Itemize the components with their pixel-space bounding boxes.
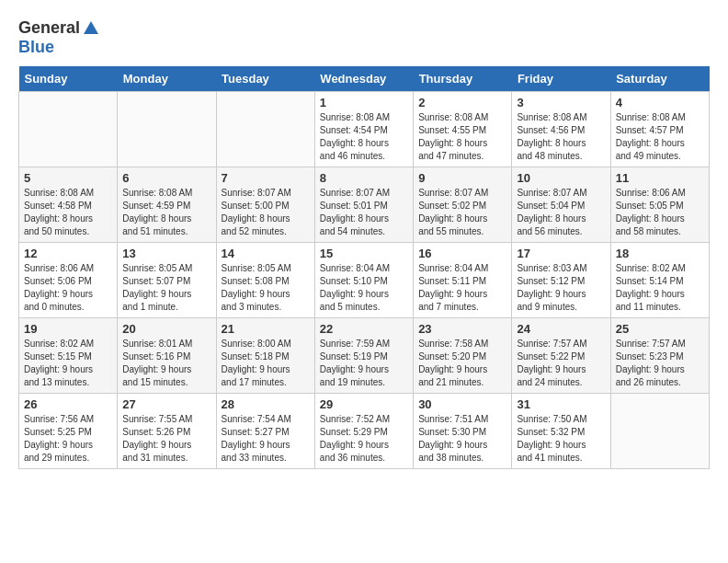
logo-blue-text: Blue	[18, 38, 54, 57]
day-number: 2	[418, 96, 506, 109]
calendar-cell: 5Sunrise: 8:08 AM Sunset: 4:58 PM Daylig…	[19, 167, 118, 243]
day-detail: Sunrise: 7:57 AM Sunset: 5:22 PM Dayligh…	[517, 338, 605, 389]
day-detail: Sunrise: 8:08 AM Sunset: 4:54 PM Dayligh…	[320, 111, 408, 163]
day-detail: Sunrise: 7:54 AM Sunset: 5:27 PM Dayligh…	[222, 413, 310, 465]
calendar-cell: 21Sunrise: 8:00 AM Sunset: 5:18 PM Dayli…	[216, 318, 314, 394]
weekday-header-sunday: Sunday	[19, 66, 118, 92]
day-detail: Sunrise: 8:07 AM Sunset: 5:04 PM Dayligh…	[517, 187, 605, 238]
day-number: 22	[320, 322, 408, 336]
day-number: 6	[122, 171, 210, 185]
day-detail: Sunrise: 7:52 AM Sunset: 5:29 PM Dayligh…	[320, 413, 408, 465]
day-number: 8	[320, 171, 408, 185]
calendar-cell: 24Sunrise: 7:57 AM Sunset: 5:22 PM Dayli…	[512, 318, 610, 394]
week-row-4: 19Sunrise: 8:02 AM Sunset: 5:15 PM Dayli…	[19, 318, 710, 394]
calendar-cell: 12Sunrise: 8:06 AM Sunset: 5:06 PM Dayli…	[19, 243, 118, 318]
day-number: 16	[418, 247, 506, 260]
day-number: 4	[616, 96, 704, 109]
day-number: 20	[122, 322, 210, 336]
day-number: 31	[517, 397, 605, 411]
day-number: 10	[517, 171, 605, 185]
calendar-cell: 6Sunrise: 8:08 AM Sunset: 4:59 PM Daylig…	[118, 167, 216, 243]
week-row-1: 1Sunrise: 8:08 AM Sunset: 4:54 PM Daylig…	[19, 92, 710, 167]
day-detail: Sunrise: 8:05 AM Sunset: 5:07 PM Dayligh…	[122, 262, 210, 314]
calendar-cell: 26Sunrise: 7:56 AM Sunset: 5:25 PM Dayli…	[19, 394, 118, 469]
calendar-cell: 27Sunrise: 7:55 AM Sunset: 5:26 PM Dayli…	[118, 394, 216, 469]
day-detail: Sunrise: 8:02 AM Sunset: 5:14 PM Dayligh…	[616, 262, 704, 314]
logo: General Blue	[18, 18, 100, 57]
calendar-cell: 11Sunrise: 8:06 AM Sunset: 5:05 PM Dayli…	[610, 167, 709, 243]
calendar-cell: 19Sunrise: 8:02 AM Sunset: 5:15 PM Dayli…	[19, 318, 118, 394]
calendar-cell: 31Sunrise: 7:50 AM Sunset: 5:32 PM Dayli…	[512, 394, 610, 469]
calendar-cell: 18Sunrise: 8:02 AM Sunset: 5:14 PM Dayli…	[610, 243, 709, 318]
day-number: 19	[24, 322, 112, 336]
day-detail: Sunrise: 8:08 AM Sunset: 4:57 PM Dayligh…	[616, 111, 704, 163]
calendar-cell: 4Sunrise: 8:08 AM Sunset: 4:57 PM Daylig…	[610, 92, 709, 167]
calendar-table: SundayMondayTuesdayWednesdayThursdayFrid…	[18, 66, 710, 469]
day-detail: Sunrise: 7:57 AM Sunset: 5:23 PM Dayligh…	[616, 338, 704, 389]
weekday-header-friday: Friday	[512, 66, 610, 92]
page-header: General Blue	[18, 18, 710, 57]
calendar-cell	[610, 394, 709, 469]
day-detail: Sunrise: 7:56 AM Sunset: 5:25 PM Dayligh…	[24, 413, 112, 465]
calendar-cell: 1Sunrise: 8:08 AM Sunset: 4:54 PM Daylig…	[314, 92, 413, 167]
day-detail: Sunrise: 8:02 AM Sunset: 5:15 PM Dayligh…	[24, 338, 112, 389]
day-detail: Sunrise: 7:58 AM Sunset: 5:20 PM Dayligh…	[418, 338, 506, 389]
calendar-cell: 7Sunrise: 8:07 AM Sunset: 5:00 PM Daylig…	[216, 167, 314, 243]
day-detail: Sunrise: 8:03 AM Sunset: 5:12 PM Dayligh…	[517, 262, 605, 314]
day-detail: Sunrise: 8:07 AM Sunset: 5:02 PM Dayligh…	[418, 187, 506, 238]
day-number: 28	[222, 397, 310, 411]
week-row-2: 5Sunrise: 8:08 AM Sunset: 4:58 PM Daylig…	[19, 167, 710, 243]
calendar-cell	[19, 92, 118, 167]
day-detail: Sunrise: 8:08 AM Sunset: 4:59 PM Dayligh…	[122, 187, 210, 238]
weekday-header-row: SundayMondayTuesdayWednesdayThursdayFrid…	[19, 66, 710, 92]
calendar-cell: 14Sunrise: 8:05 AM Sunset: 5:08 PM Dayli…	[216, 243, 314, 318]
day-number: 29	[320, 397, 408, 411]
day-number: 14	[222, 247, 310, 260]
calendar-cell: 13Sunrise: 8:05 AM Sunset: 5:07 PM Dayli…	[118, 243, 216, 318]
day-detail: Sunrise: 7:59 AM Sunset: 5:19 PM Dayligh…	[320, 338, 408, 389]
weekday-header-tuesday: Tuesday	[216, 66, 314, 92]
day-detail: Sunrise: 8:01 AM Sunset: 5:16 PM Dayligh…	[122, 338, 210, 389]
day-detail: Sunrise: 8:06 AM Sunset: 5:06 PM Dayligh…	[24, 262, 112, 314]
calendar-cell: 16Sunrise: 8:04 AM Sunset: 5:11 PM Dayli…	[414, 243, 512, 318]
weekday-header-wednesday: Wednesday	[314, 66, 413, 92]
calendar-cell: 23Sunrise: 7:58 AM Sunset: 5:20 PM Dayli…	[414, 318, 512, 394]
calendar-cell: 8Sunrise: 8:07 AM Sunset: 5:01 PM Daylig…	[314, 167, 413, 243]
day-detail: Sunrise: 8:08 AM Sunset: 4:55 PM Dayligh…	[418, 111, 506, 163]
calendar-cell: 9Sunrise: 8:07 AM Sunset: 5:02 PM Daylig…	[414, 167, 512, 243]
calendar-cell	[118, 92, 216, 167]
day-number: 7	[222, 171, 310, 185]
logo-general-text: General	[18, 18, 80, 38]
day-number: 21	[222, 322, 310, 336]
day-number: 30	[418, 397, 506, 411]
day-detail: Sunrise: 8:00 AM Sunset: 5:18 PM Dayligh…	[222, 338, 310, 389]
day-detail: Sunrise: 8:08 AM Sunset: 4:56 PM Dayligh…	[517, 111, 605, 163]
day-number: 1	[320, 96, 408, 109]
svg-marker-0	[84, 21, 98, 34]
calendar-cell	[216, 92, 314, 167]
day-detail: Sunrise: 8:07 AM Sunset: 5:00 PM Dayligh…	[222, 187, 310, 238]
day-detail: Sunrise: 8:06 AM Sunset: 5:05 PM Dayligh…	[616, 187, 704, 238]
weekday-header-saturday: Saturday	[610, 66, 709, 92]
day-detail: Sunrise: 8:07 AM Sunset: 5:01 PM Dayligh…	[320, 187, 408, 238]
day-number: 23	[418, 322, 506, 336]
calendar-cell: 2Sunrise: 8:08 AM Sunset: 4:55 PM Daylig…	[414, 92, 512, 167]
day-detail: Sunrise: 8:04 AM Sunset: 5:10 PM Dayligh…	[320, 262, 408, 314]
day-detail: Sunrise: 8:08 AM Sunset: 4:58 PM Dayligh…	[24, 187, 112, 238]
day-detail: Sunrise: 7:55 AM Sunset: 5:26 PM Dayligh…	[122, 413, 210, 465]
calendar-cell: 30Sunrise: 7:51 AM Sunset: 5:30 PM Dayli…	[414, 394, 512, 469]
day-number: 3	[517, 96, 605, 109]
calendar-cell: 28Sunrise: 7:54 AM Sunset: 5:27 PM Dayli…	[216, 394, 314, 469]
day-detail: Sunrise: 7:51 AM Sunset: 5:30 PM Dayligh…	[418, 413, 506, 465]
day-detail: Sunrise: 8:05 AM Sunset: 5:08 PM Dayligh…	[222, 262, 310, 314]
calendar-cell: 22Sunrise: 7:59 AM Sunset: 5:19 PM Dayli…	[314, 318, 413, 394]
day-number: 12	[24, 247, 112, 260]
calendar-cell: 25Sunrise: 7:57 AM Sunset: 5:23 PM Dayli…	[610, 318, 709, 394]
calendar-cell: 20Sunrise: 8:01 AM Sunset: 5:16 PM Dayli…	[118, 318, 216, 394]
calendar-cell: 29Sunrise: 7:52 AM Sunset: 5:29 PM Dayli…	[314, 394, 413, 469]
weekday-header-thursday: Thursday	[414, 66, 512, 92]
calendar-cell: 17Sunrise: 8:03 AM Sunset: 5:12 PM Dayli…	[512, 243, 610, 318]
logo-icon	[82, 19, 100, 38]
calendar-cell: 10Sunrise: 8:07 AM Sunset: 5:04 PM Dayli…	[512, 167, 610, 243]
day-number: 26	[24, 397, 112, 411]
